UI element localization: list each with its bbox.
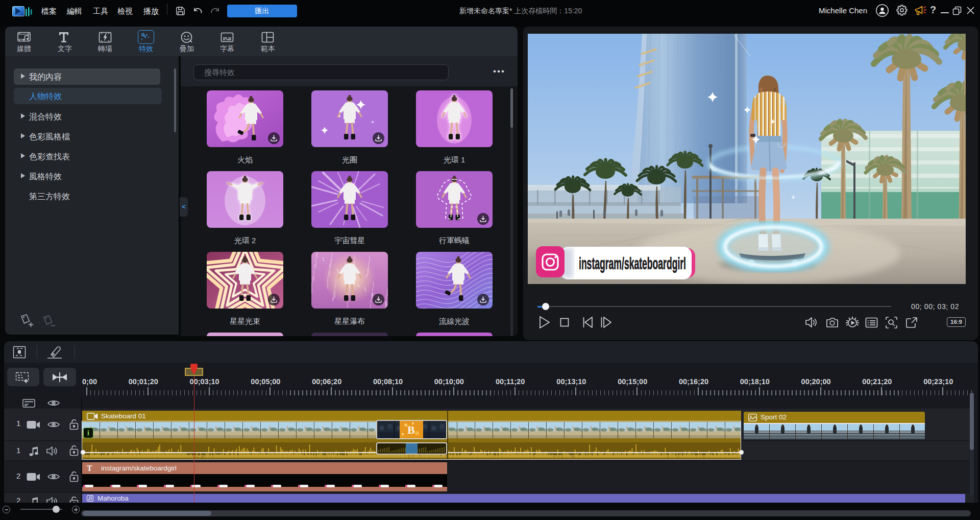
- svg-text:B: B: [407, 423, 415, 436]
- svg-text:instagram/skateboardgirl: instagram/skateboardgirl: [579, 253, 686, 273]
